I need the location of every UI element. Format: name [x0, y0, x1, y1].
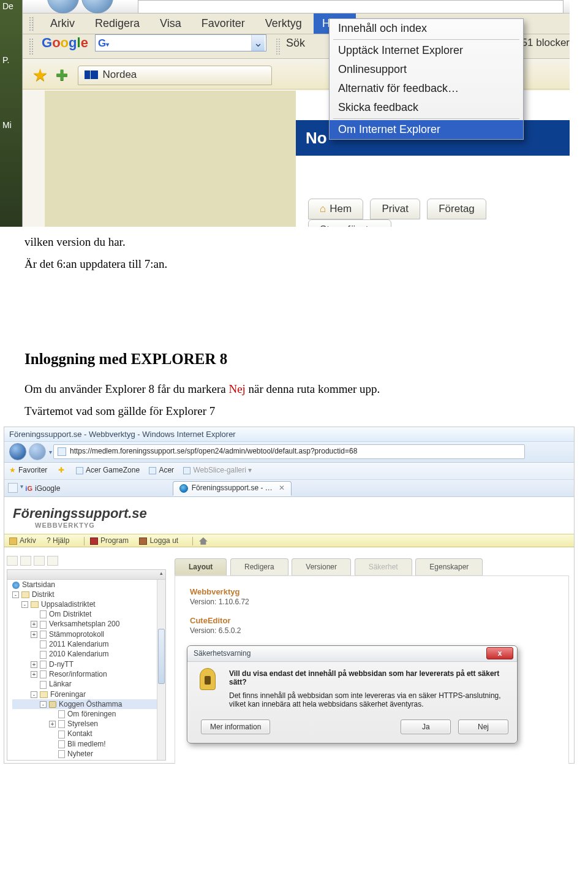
- appmenu-program[interactable]: Program: [90, 536, 129, 545]
- close-tab-icon[interactable]: ✕: [279, 484, 285, 492]
- site-tab-hem[interactable]: ⌂Hem: [308, 199, 363, 219]
- tool-btn[interactable]: [47, 556, 58, 566]
- collapse-up-icon[interactable]: ▴: [157, 570, 165, 579]
- back-button[interactable]: [9, 443, 26, 460]
- expand-icon[interactable]: -: [21, 601, 28, 608]
- tree-item[interactable]: Bli medlem!: [12, 739, 165, 749]
- scrollbar-thumb[interactable]: [158, 629, 165, 684]
- address-bar[interactable]: https://medlem.foreningssupport.se/spf/o…: [53, 444, 525, 459]
- more-info-button[interactable]: Mer information: [201, 719, 270, 734]
- tab-layout[interactable]: Layout: [175, 558, 227, 575]
- expand-icon[interactable]: +: [31, 621, 37, 628]
- expand-icon[interactable]: +: [31, 661, 37, 668]
- appmenu-loggaut[interactable]: Logga ut: [139, 536, 178, 545]
- body-text: Om du använder Explorer 8 får du markera…: [24, 382, 584, 396]
- tree-item[interactable]: Händelser: [12, 759, 165, 761]
- tool-btn[interactable]: [20, 556, 31, 566]
- tree-item[interactable]: 2010 Kalendarium: [12, 649, 165, 659]
- tree-scrollbar[interactable]: [157, 580, 165, 760]
- no-button[interactable]: Nej: [458, 719, 508, 734]
- expand-icon[interactable]: -: [12, 591, 19, 598]
- address-bar-row: [23, 0, 570, 13]
- tree-item[interactable]: +Styrelsen: [12, 719, 165, 729]
- favlink-webslice[interactable]: WebSlice-galleri ▾: [193, 466, 252, 474]
- add-favorite-icon[interactable]: ✚: [58, 466, 64, 474]
- google-search-input[interactable]: G▾ ⌄: [95, 34, 266, 51]
- grip-icon: [29, 17, 34, 31]
- tab-egenskaper[interactable]: Egenskaper: [415, 558, 483, 575]
- tree-item[interactable]: -Uppsaladistriktet: [12, 599, 165, 609]
- page-icon: [58, 710, 65, 718]
- forward-button[interactable]: [81, 0, 113, 13]
- screenshot-ie7-help-menu: De P. Mi Arkiv Redigera Visa Favoriter V…: [0, 0, 570, 227]
- yes-button[interactable]: Ja: [401, 719, 451, 734]
- tree-item[interactable]: -Föreningar: [12, 689, 165, 699]
- appmenu-arkiv[interactable]: Arkiv: [9, 536, 36, 545]
- tree-item[interactable]: +Resor/information: [12, 669, 165, 679]
- tree-item[interactable]: Nyheter: [12, 749, 165, 759]
- tree-item[interactable]: +Stämmoprotokoll: [12, 629, 165, 639]
- tab-igoogle[interactable]: iGoogle: [35, 484, 60, 493]
- tree-item[interactable]: +Verksamhetsplan 200: [12, 619, 165, 629]
- help-item-contents[interactable]: Innehåll och index: [330, 19, 523, 38]
- tree-item[interactable]: -Distrikt: [12, 590, 165, 599]
- appmenu-hjalp[interactable]: ? Hjälp: [47, 536, 69, 545]
- tab-sakerhet[interactable]: Säkerhet: [355, 558, 412, 575]
- dialog-button-row: Mer information Ja Nej: [187, 716, 517, 743]
- page-favicon: [58, 447, 66, 456]
- menu-arkiv[interactable]: Arkiv: [42, 13, 83, 34]
- tree-item[interactable]: Länkar: [12, 679, 165, 689]
- tree-root[interactable]: Startsidan: [12, 580, 165, 590]
- favorites-star-icon[interactable]: ★: [32, 65, 48, 85]
- forward-button[interactable]: [29, 443, 46, 460]
- tree-item[interactable]: 2011 Kalendarium: [12, 639, 165, 649]
- tree-item[interactable]: +D-nyTT: [12, 659, 165, 669]
- site-tab-privat[interactable]: Privat: [370, 199, 420, 219]
- expand-icon[interactable]: +: [49, 721, 56, 727]
- site-tab-foretag[interactable]: Företag: [427, 199, 486, 219]
- add-favorite-icon[interactable]: ✚: [56, 67, 68, 84]
- product-version: Version: 1.10.6.72: [190, 598, 554, 606]
- expand-icon[interactable]: -: [40, 701, 47, 708]
- address-bar[interactable]: [138, 0, 564, 13]
- expand-icon[interactable]: +: [31, 631, 37, 638]
- tab-redigera[interactable]: Redigera: [230, 558, 288, 575]
- home-icon[interactable]: [199, 537, 208, 545]
- quick-tabs-button[interactable]: [8, 483, 18, 493]
- tab-versioner[interactable]: Versioner: [292, 558, 351, 575]
- active-browser-tab[interactable]: Föreningssupport.se - …✕: [173, 481, 292, 496]
- help-item-discover[interactable]: Upptäck Internet Explorer: [330, 41, 523, 60]
- product-name: CuteEditor: [190, 616, 554, 625]
- tree-item[interactable]: Om Distriktet: [12, 609, 165, 619]
- help-item-send-feedback[interactable]: Skicka feedback: [330, 98, 523, 117]
- help-item-onlinesupport[interactable]: Onlinesupport: [330, 60, 523, 79]
- page-icon: [40, 621, 47, 629]
- favorites-label[interactable]: Favoriter: [18, 466, 47, 474]
- security-warning-dialog: Säkerhetsvarning x Vill du visa endast d…: [187, 645, 518, 743]
- expand-icon[interactable]: -: [31, 691, 37, 698]
- browser-tab[interactable]: Nordea: [78, 66, 273, 85]
- chevron-down-icon[interactable]: ▾: [20, 483, 23, 490]
- tree-item[interactable]: Om föreningen: [12, 709, 165, 719]
- help-item-feedback-options[interactable]: Alternativ för feedback…: [330, 79, 523, 98]
- favlink-acer-gamezone[interactable]: Acer GameZone: [86, 466, 140, 474]
- close-button[interactable]: x: [486, 647, 513, 659]
- tool-btn[interactable]: [34, 556, 45, 566]
- product-name: Webbverktyg: [190, 587, 554, 596]
- menu-redigera[interactable]: Redigera: [86, 13, 148, 34]
- menu-favoriter[interactable]: Favoriter: [193, 13, 254, 34]
- google-logo: Google: [42, 35, 88, 51]
- menu-verktyg[interactable]: Verktyg: [257, 13, 311, 34]
- tool-btn[interactable]: [7, 556, 18, 566]
- menu-visa[interactable]: Visa: [151, 13, 190, 34]
- favlink-acer[interactable]: Acer: [159, 466, 174, 474]
- chevron-down-icon[interactable]: ⌄: [251, 35, 265, 51]
- chevron-down-icon[interactable]: ▾: [49, 449, 52, 455]
- site-tab-stora[interactable]: Stora företag: [308, 219, 391, 227]
- tree-item[interactable]: Kontakt: [12, 729, 165, 738]
- favorites-star-icon[interactable]: ★: [9, 466, 16, 474]
- expand-icon[interactable]: +: [31, 671, 37, 678]
- help-item-about-ie[interactable]: Om Internet Explorer: [330, 120, 523, 139]
- back-button[interactable]: [47, 0, 79, 13]
- tree-item[interactable]: -Koggen Östhamma: [12, 699, 165, 709]
